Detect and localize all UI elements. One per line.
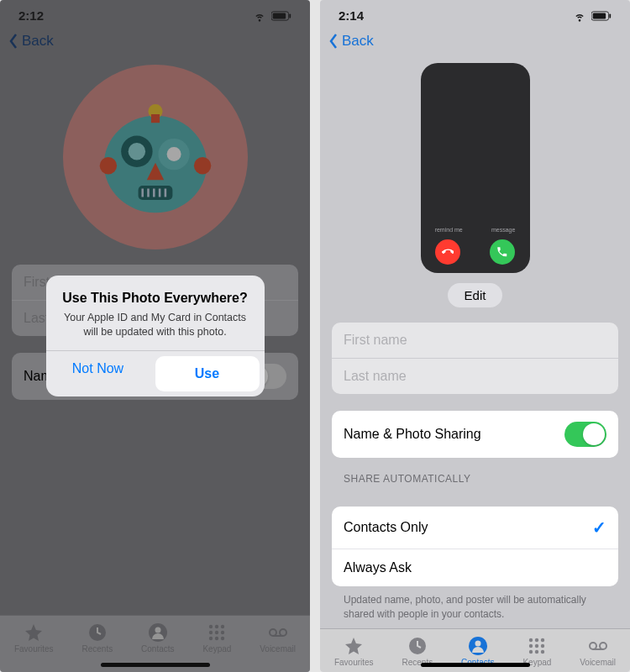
svg-point-45 bbox=[541, 643, 544, 647]
share-options: Contacts Only ✓ Always Ask bbox=[332, 507, 618, 586]
status-bar: 2:14 bbox=[320, 0, 630, 26]
first-name-field[interactable]: First name bbox=[332, 323, 618, 359]
alert-message: Your Apple ID and My Card in Contacts wi… bbox=[58, 311, 253, 339]
clock-icon bbox=[407, 636, 428, 656]
decline-icon bbox=[435, 239, 460, 265]
share-automatically-header: SHARE AUTOMATICALLY bbox=[332, 458, 618, 490]
last-name-field[interactable]: Last name bbox=[332, 359, 618, 394]
battery-icon bbox=[591, 11, 612, 21]
clock: 2:14 bbox=[339, 8, 364, 23]
status-icons bbox=[573, 9, 612, 23]
screenshot-right: 2:14 Back remind memessage Edit First na… bbox=[320, 0, 630, 672]
use-photo-alert: Use This Photo Everywhere? Your Apple ID… bbox=[46, 276, 265, 397]
svg-point-41 bbox=[535, 638, 538, 641]
chevron-left-icon bbox=[328, 33, 339, 50]
contact-poster-preview: remind memessage bbox=[421, 63, 530, 273]
name-fields: First name Last name bbox=[332, 323, 618, 394]
accept-icon bbox=[490, 239, 515, 265]
name-photo-sharing-row[interactable]: Name & Photo Sharing bbox=[332, 411, 618, 458]
home-indicator bbox=[421, 663, 530, 667]
share-footer-note: Updated name, photo, and poster will be … bbox=[332, 586, 618, 628]
checkmark-icon: ✓ bbox=[592, 517, 606, 538]
svg-point-46 bbox=[529, 649, 533, 653]
alert-title: Use This Photo Everywhere? bbox=[58, 291, 253, 306]
alert-scrim: Use This Photo Everywhere? Your Apple ID… bbox=[0, 0, 310, 672]
use-button[interactable]: Use bbox=[155, 356, 260, 391]
option-label: Always Ask bbox=[344, 560, 412, 575]
svg-point-43 bbox=[529, 643, 533, 647]
content: remind memessage Edit First name Last na… bbox=[320, 56, 630, 628]
svg-point-44 bbox=[535, 643, 538, 647]
alert-buttons: Not Now Use bbox=[46, 350, 265, 396]
voicemail-icon bbox=[588, 636, 608, 656]
svg-point-49 bbox=[590, 643, 596, 649]
sharing-row-card: Name & Photo Sharing bbox=[332, 411, 618, 458]
back-label: Back bbox=[342, 33, 374, 50]
tab-voicemail[interactable]: Voicemail bbox=[580, 636, 616, 667]
svg-point-48 bbox=[541, 649, 544, 653]
option-always-ask[interactable]: Always Ask bbox=[332, 549, 618, 586]
svg-point-40 bbox=[529, 638, 533, 641]
option-label: Contacts Only bbox=[344, 520, 428, 535]
svg-rect-35 bbox=[593, 13, 606, 18]
svg-rect-36 bbox=[609, 13, 611, 18]
screenshot-left: 2:12 Back Firs bbox=[0, 0, 310, 672]
edit-button[interactable]: Edit bbox=[448, 283, 503, 307]
wifi-icon bbox=[573, 9, 586, 23]
svg-point-47 bbox=[535, 649, 538, 653]
star-icon bbox=[344, 636, 364, 656]
option-contacts-only[interactable]: Contacts Only ✓ bbox=[332, 507, 618, 549]
keypad-icon bbox=[527, 636, 547, 656]
svg-point-39 bbox=[475, 640, 480, 646]
sharing-label: Name & Photo Sharing bbox=[344, 427, 481, 442]
not-now-button[interactable]: Not Now bbox=[46, 351, 150, 396]
svg-point-42 bbox=[541, 638, 544, 641]
nav-back[interactable]: Back bbox=[320, 26, 630, 56]
svg-point-50 bbox=[600, 643, 606, 649]
person-icon bbox=[468, 636, 488, 656]
tab-favourites[interactable]: Favourites bbox=[334, 636, 374, 667]
sharing-toggle[interactable] bbox=[564, 422, 606, 447]
